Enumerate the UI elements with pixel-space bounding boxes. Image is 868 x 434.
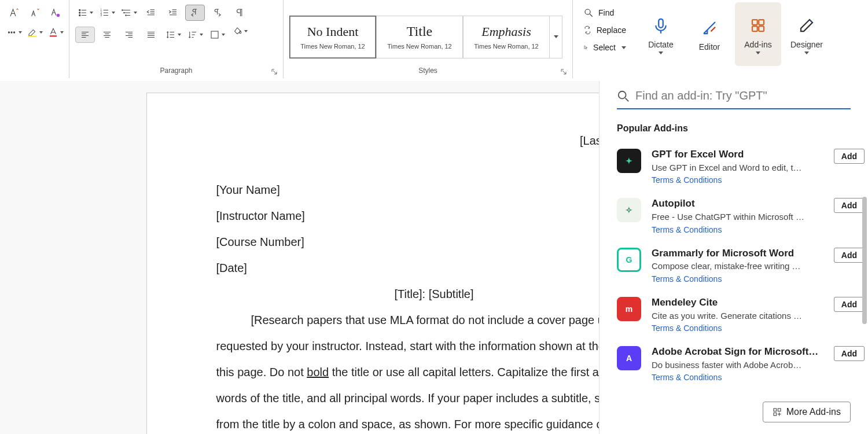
multilevel-list-button[interactable] — [119, 5, 139, 21]
numbering-button[interactable]: 123 — [97, 5, 117, 21]
svg-point-15 — [585, 9, 590, 14]
svg-rect-25 — [774, 413, 777, 415]
addin-icon: ✦ — [617, 149, 641, 173]
addin-item: ✦GPT for Excel WordUse GPT in Excel and … — [617, 148, 865, 186]
editing-group: Find Replace Select — [573, 0, 637, 78]
addin-terms-link[interactable]: Terms & Conditions — [652, 174, 823, 186]
paragraph-dialog-launcher[interactable] — [270, 68, 278, 76]
sort-button[interactable] — [185, 27, 205, 43]
search-icon — [617, 90, 630, 102]
addin-body: GPT for Excel WordUse GPT in Excel and W… — [652, 148, 823, 186]
find-button[interactable]: Find — [581, 6, 628, 20]
doc-title: [Title]: [Subtitle] — [216, 281, 652, 307]
doc-line-course: [Course Number] — [216, 229, 652, 255]
addin-desc: Cite as you write. Generate citations … — [652, 310, 823, 323]
svg-point-21 — [810, 20, 812, 22]
svg-rect-14 — [211, 31, 218, 38]
addins-button[interactable]: Add-ins — [735, 2, 781, 66]
highlight-color-button[interactable] — [27, 24, 43, 41]
svg-point-13 — [125, 15, 126, 16]
styles-more-button[interactable] — [550, 16, 562, 58]
addins-search[interactable] — [617, 86, 851, 108]
addin-name[interactable]: Autopilot — [652, 197, 823, 211]
addin-terms-link[interactable]: Terms & Conditions — [652, 273, 823, 285]
addin-add-button[interactable]: Add — [834, 297, 865, 312]
page-header: [Last Name] 1 — [216, 128, 652, 154]
addin-name[interactable]: Mendeley Cite — [652, 296, 823, 310]
addin-terms-link[interactable]: Terms & Conditions — [652, 322, 823, 334]
align-right-button[interactable] — [119, 27, 139, 43]
replace-button[interactable]: Replace — [581, 23, 628, 37]
addins-search-input[interactable] — [635, 89, 851, 102]
align-center-button[interactable] — [97, 27, 117, 43]
svg-rect-20 — [759, 26, 764, 31]
decrease-indent-button[interactable] — [141, 5, 161, 21]
line-spacing-button[interactable] — [163, 27, 183, 43]
ltr-direction-button[interactable] — [207, 5, 227, 21]
addin-name[interactable]: GPT for Excel Word — [652, 148, 823, 161]
addin-add-button[interactable]: Add — [834, 346, 865, 361]
paragraph-group: 123 Paragraph — [69, 0, 284, 78]
style-no-indent[interactable]: No Indent Times New Roman, 12 — [289, 16, 376, 58]
svg-point-22 — [619, 91, 626, 98]
addin-item: ✧AutopilotFree - Use ChatGPT within Micr… — [617, 197, 865, 236]
svg-point-12 — [123, 12, 124, 13]
popular-addins-heading: Popular Add-ins — [617, 123, 851, 134]
designer-icon — [798, 14, 815, 36]
rtl-direction-button[interactable] — [185, 5, 205, 21]
editor-icon — [701, 17, 718, 39]
addin-desc: Use GPT in Excel and Word to edit, t… — [652, 161, 823, 175]
more-font-options[interactable] — [6, 24, 22, 41]
doc-line-date: [Date] — [216, 255, 652, 281]
addin-desc: Free - Use ChatGPT within Microsoft … — [652, 211, 823, 224]
more-addins-button[interactable]: More Add-ins — [763, 402, 851, 422]
font-group — [0, 0, 69, 78]
addin-name[interactable]: Adobe Acrobat Sign for Microsoft… — [652, 345, 823, 359]
align-left-button[interactable] — [75, 27, 95, 43]
styles-group: No Indent Times New Roman, 12 Title Time… — [284, 0, 573, 78]
increase-indent-button[interactable] — [163, 5, 183, 21]
addin-body: AutopilotFree - Use ChatGPT within Micro… — [652, 197, 823, 236]
addin-icon: A — [617, 346, 641, 370]
select-button[interactable]: Select — [581, 41, 628, 54]
addin-add-button[interactable]: Add — [834, 198, 865, 213]
svg-text:3: 3 — [100, 14, 102, 17]
borders-button[interactable] — [207, 27, 227, 43]
designer-button[interactable]: Designer — [784, 2, 830, 66]
svg-rect-3 — [28, 36, 36, 37]
doc-line-name: [Your Name] — [216, 177, 652, 203]
styles-group-label: Styles — [289, 65, 567, 77]
panel-scrollbar[interactable] — [862, 197, 867, 324]
font-group-label — [6, 65, 63, 77]
addin-item: AAdobe Acrobat Sign for Microsoft…Do bus… — [617, 345, 865, 384]
shading-button[interactable] — [231, 23, 248, 39]
addin-add-button[interactable]: Add — [834, 149, 865, 164]
font-color-button[interactable] — [47, 24, 64, 41]
grow-font-button[interactable] — [6, 5, 22, 21]
svg-point-0 — [8, 32, 9, 33]
addin-name[interactable]: Grammarly for Microsoft Word — [652, 247, 823, 260]
dictate-button[interactable]: Dictate — [638, 2, 684, 66]
ribbon-big-buttons: Dictate Editor Add-ins Designer — [637, 0, 831, 78]
editor-button[interactable]: Editor — [686, 2, 733, 66]
svg-point-6 — [79, 12, 80, 13]
change-case-button[interactable] — [47, 5, 64, 21]
style-emphasis[interactable]: Emphasis Times New Roman, 12 — [463, 16, 550, 58]
bullets-button[interactable] — [75, 5, 95, 21]
addin-body: Mendeley CiteCite as you write. Generate… — [652, 296, 823, 334]
shrink-font-button[interactable] — [27, 5, 43, 21]
justify-button[interactable] — [141, 27, 161, 43]
style-title[interactable]: Title Times New Roman, 12 — [376, 16, 463, 58]
plus-grid-icon — [773, 407, 782, 417]
addin-terms-link[interactable]: Terms & Conditions — [652, 372, 823, 384]
addin-terms-link[interactable]: Terms & Conditions — [652, 224, 823, 236]
addin-icon: ✧ — [617, 198, 641, 222]
styles-dialog-launcher[interactable] — [560, 68, 568, 76]
svg-rect-18 — [759, 20, 764, 25]
addin-icon: m — [617, 297, 641, 321]
show-paragraph-marks-button[interactable] — [231, 5, 248, 21]
svg-rect-4 — [50, 35, 57, 36]
addin-body: Adobe Acrobat Sign for Microsoft…Do busi… — [652, 345, 823, 384]
svg-point-5 — [79, 9, 80, 10]
addin-add-button[interactable]: Add — [834, 248, 865, 263]
